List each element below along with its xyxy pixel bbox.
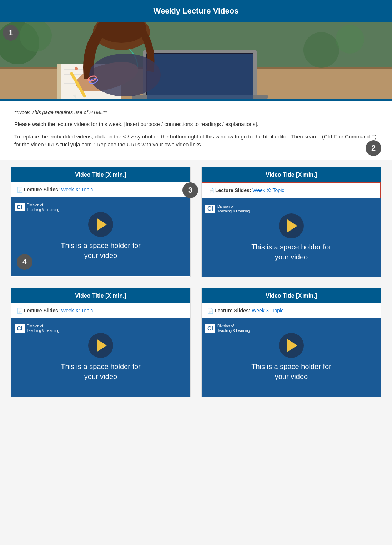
slides-link-2[interactable]: Week X: Topic	[252, 187, 284, 193]
svg-point-25	[303, 32, 339, 68]
badge-2: 2	[366, 140, 381, 156]
ci-box-2: CI	[205, 205, 215, 213]
svg-rect-4	[57, 64, 61, 99]
ci-text-1: Division ofTeaching & Learning	[27, 203, 59, 212]
svg-point-26	[336, 25, 364, 54]
video-title-2: Video Title [X min.]	[202, 167, 381, 182]
badge-3: 3	[182, 182, 198, 198]
slides-row-4: 📄Lecture Slides: Week X: Topic	[202, 303, 381, 318]
ci-text-4: Division ofTeaching & Learning	[217, 324, 250, 333]
placeholder-text-4: This is a space holder foryour video	[251, 362, 331, 382]
ci-watermark-2: CIDivision ofTeaching & Learning	[205, 204, 250, 213]
page-title: Weekly Lecture Videos	[154, 6, 239, 15]
videos-section: Video Title [X min.]📄Lecture Slides: Wee…	[0, 160, 392, 408]
ci-watermark-3: CIDivision ofTeaching & Learning	[15, 324, 59, 333]
slides-row-2: 3📄Lecture Slides: Week X: Topic	[202, 182, 381, 198]
ci-box-3: CI	[15, 324, 25, 333]
ci-watermark-4: CIDivision ofTeaching & Learning	[205, 324, 250, 333]
videos-grid: Video Title [X min.]📄Lecture Slides: Wee…	[11, 167, 381, 397]
hero-container: 1	[0, 22, 392, 101]
slides-row-3: 📄Lecture Slides: Week X: Topic	[11, 303, 190, 318]
svg-point-20	[89, 54, 161, 96]
hero-svg	[0, 22, 392, 99]
description-text: Please watch the lecture videos for this…	[14, 120, 378, 128]
video-placeholder-1[interactable]: CIDivision ofTeaching & LearningThis is …	[11, 197, 190, 276]
slides-link-3[interactable]: Week X: Topic	[61, 308, 93, 313]
play-button-4[interactable]	[279, 333, 304, 358]
slides-link-4[interactable]: Week X: Topic	[252, 308, 283, 313]
slides-icon-1: 📄	[17, 187, 22, 193]
ci-box-4: CI	[205, 324, 215, 333]
slides-icon-4: 📄	[207, 308, 213, 314]
page-header: Weekly Lecture Videos	[0, 0, 392, 22]
svg-rect-12	[147, 54, 253, 99]
play-button-3[interactable]	[88, 333, 113, 358]
instruction-text: To replace the embedded videos, click on…	[14, 133, 378, 149]
video-card-3: Video Title [X min.]📄Lecture Slides: Wee…	[11, 288, 191, 397]
ci-text-2: Division ofTeaching & Learning	[217, 204, 250, 213]
placeholder-text-1: This is a space holder foryour video	[61, 241, 140, 261]
video-card-4: Video Title [X min.]📄Lecture Slides: Wee…	[201, 288, 381, 397]
video-title-1: Video Title [X min.]	[11, 167, 190, 182]
slides-label-2: Lecture Slides:	[215, 187, 252, 193]
slides-link-1[interactable]: Week X: Topic	[61, 187, 93, 192]
badge-1: 1	[3, 25, 19, 41]
slides-label-4: Lecture Slides:	[215, 308, 252, 313]
hero-image: 1	[0, 22, 392, 101]
slides-icon-3: 📄	[17, 308, 22, 314]
slides-label-1: Lecture Slides:	[24, 187, 61, 192]
play-button-2[interactable]	[279, 213, 304, 238]
badge-4: 4	[17, 254, 32, 270]
video-card-2: Video Title [X min.]3📄Lecture Slides: We…	[201, 167, 381, 277]
video-placeholder-3[interactable]: CIDivision ofTeaching & LearningThis is …	[11, 318, 190, 397]
placeholder-text-3: This is a space holder foryour video	[61, 362, 140, 382]
video-placeholder-4[interactable]: CIDivision ofTeaching & LearningThis is …	[202, 318, 381, 397]
video-card-1: Video Title [X min.]📄Lecture Slides: Wee…	[11, 167, 191, 277]
play-triangle-3	[97, 339, 107, 352]
content-section: 2 **Note: This page requires use of HTML…	[0, 101, 392, 160]
note-text: **Note: This page requires use of HTML**	[14, 110, 378, 115]
ci-box-1: CI	[15, 203, 25, 211]
slides-label-3: Lecture Slides:	[24, 308, 61, 313]
ci-text-3: Division ofTeaching & Learning	[27, 324, 59, 333]
play-triangle-1	[97, 218, 107, 231]
play-triangle-2	[287, 219, 297, 232]
placeholder-text-2: This is a space holder foryour video	[251, 242, 331, 262]
play-button-1[interactable]	[88, 212, 113, 237]
video-title-3: Video Title [X min.]	[11, 288, 190, 303]
slides-row-1: 📄Lecture Slides: Week X: Topic	[11, 182, 190, 197]
slides-icon-2: 📄	[208, 188, 214, 193]
video-title-4: Video Title [X min.]	[202, 288, 381, 303]
ci-watermark-1: CIDivision ofTeaching & Learning	[15, 203, 59, 212]
play-triangle-4	[287, 339, 297, 352]
video-placeholder-2[interactable]: CIDivision ofTeaching & LearningThis is …	[202, 198, 381, 277]
